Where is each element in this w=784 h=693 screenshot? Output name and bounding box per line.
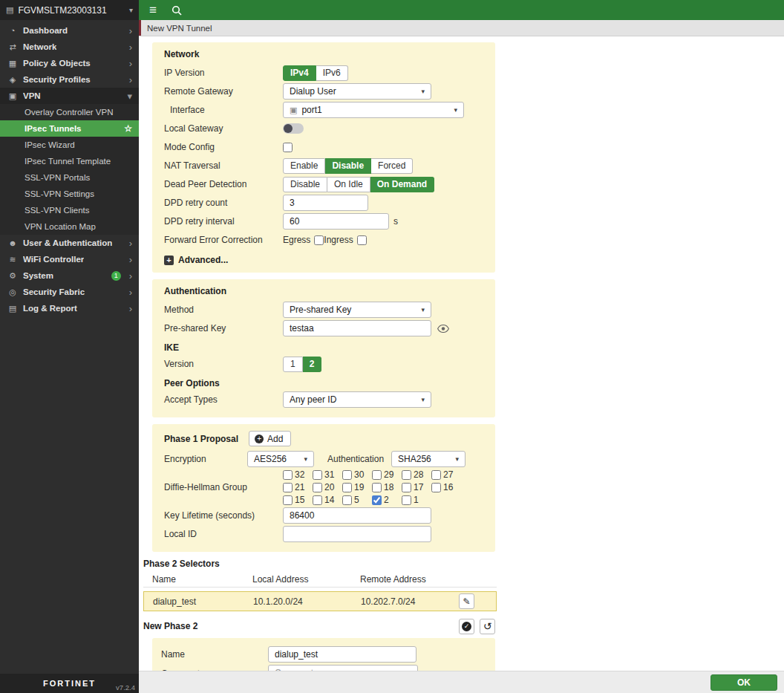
dpd-disable-option[interactable]: Disable <box>283 177 327 192</box>
method-select[interactable]: Pre-shared Key ▾ <box>283 302 431 318</box>
dh-group-20[interactable]: 20 <box>313 482 336 492</box>
sidebar-item-vpn[interactable]: ▣ VPN ▾ <box>0 88 139 104</box>
sidebar-item-label: Network <box>23 42 56 51</box>
sidebar-item-wifi-controller[interactable]: ≋ WiFi Controller › <box>0 251 139 267</box>
expand-plus-icon: + <box>164 256 174 265</box>
dh-group-17[interactable]: 17 <box>402 482 425 492</box>
dh-group-21[interactable]: 21 <box>283 482 306 492</box>
dpd-on-idle-option[interactable]: On Idle <box>327 177 370 192</box>
ipv4-option[interactable]: IPv4 <box>283 65 316 81</box>
phase2-selectors-section: Phase 2 Selectors Name Local Address Rem… <box>143 559 497 611</box>
add-proposal-button[interactable]: + Add <box>249 431 291 446</box>
encryption-select[interactable]: AES256 ▾ <box>247 451 314 467</box>
device-selector[interactable]: ▤ FGVMSLTM23003131 ▾ <box>0 0 139 20</box>
dh-group-31[interactable]: 31 <box>313 469 336 480</box>
dead-peer-detection-row: Dead Peer Detection Disable On Idle On D… <box>164 176 488 192</box>
dh-group-28[interactable]: 28 <box>402 469 425 480</box>
nat-traversal-row: NAT Traversal Enable Disable Forced <box>164 157 488 174</box>
column-header-name: Name <box>143 574 252 585</box>
sidebar-item-sslvpn-portals[interactable]: SSL-VPN Portals <box>0 169 139 186</box>
nat-enable-option[interactable]: Enable <box>283 158 325 174</box>
dh-group-29[interactable]: 29 <box>372 469 395 480</box>
dpd-on-demand-option[interactable]: On Demand <box>370 177 434 192</box>
ike-version-1-option[interactable]: 1 <box>283 357 303 372</box>
caret-down-icon: ▾ <box>456 455 460 463</box>
ike-version-2-option[interactable]: 2 <box>303 357 322 372</box>
sidebar-item-vpn-location-map[interactable]: VPN Location Map <box>0 218 139 235</box>
selector-table-row[interactable]: dialup_test 10.1.20.0/24 10.202.7.0/24 ✎ <box>143 591 497 611</box>
chevron-right-icon: › <box>129 238 132 248</box>
dpd-retry-interval-input[interactable] <box>283 213 389 230</box>
caret-down-icon: ▾ <box>421 88 425 95</box>
sidebar-item-overlay-controller-vpn[interactable]: Overlay Controller VPN <box>0 104 139 120</box>
check-circle-icon: ✓ <box>462 622 471 631</box>
undo-phase2-button[interactable]: ↺ <box>480 619 495 634</box>
local-id-input[interactable] <box>283 526 431 542</box>
dh-group-15[interactable]: 15 <box>283 495 306 505</box>
selected-value: AES256 <box>254 454 287 464</box>
dh-group-27[interactable]: 27 <box>431 469 454 480</box>
sidebar-item-system[interactable]: ⚙ System 1 › <box>0 267 139 284</box>
remote-gateway-select[interactable]: Dialup User ▾ <box>283 83 431 100</box>
dh-group-32[interactable]: 32 <box>283 469 306 480</box>
fec-ingress-checkbox[interactable] <box>357 235 367 245</box>
fec-egress-checkbox[interactable] <box>314 235 324 245</box>
sidebar-item-security-profiles[interactable]: ◈ Security Profiles › <box>0 71 139 88</box>
advanced-label: Advanced... <box>178 255 228 265</box>
mode-config-checkbox[interactable] <box>283 143 293 152</box>
dh-group-1[interactable]: 1 <box>402 495 425 505</box>
sidebar-item-label: WiFi Controller <box>23 255 84 264</box>
menu-icon[interactable]: ≡ <box>149 4 157 16</box>
bottom-action-bar: OK <box>139 671 784 693</box>
ipv6-option[interactable]: IPv6 <box>316 65 348 81</box>
field-label: NAT Traversal <box>164 160 283 171</box>
eye-icon[interactable] <box>437 325 449 333</box>
dh-group-16[interactable]: 16 <box>431 482 454 492</box>
sidebar-item-ipsec-wizard[interactable]: IPsec Wizard <box>0 137 139 153</box>
accept-types-row: Accept Types Any peer ID ▾ <box>164 391 488 408</box>
dh-group-18[interactable]: 18 <box>372 482 395 492</box>
dpd-segmented: Disable On Idle On Demand <box>283 177 434 192</box>
accept-types-select[interactable]: Any peer ID ▾ <box>283 391 431 408</box>
sidebar-item-sslvpn-settings[interactable]: SSL-VPN Settings <box>0 186 139 202</box>
sidebar-item-ipsec-tunnels[interactable]: IPsec Tunnels ☆ <box>0 120 139 137</box>
sidebar-item-user-authentication[interactable]: ☻ User & Authentication › <box>0 235 139 251</box>
dh-group-5[interactable]: 5 <box>342 495 365 505</box>
sidebar-item-ipsec-tunnel-template[interactable]: IPsec Tunnel Template <box>0 153 139 169</box>
security-profiles-icon: ◈ <box>7 75 18 85</box>
accept-phase2-button[interactable]: ✓ <box>459 619 474 634</box>
nat-forced-option[interactable]: Forced <box>371 158 413 174</box>
proposal-authentication-select[interactable]: SHA256 ▾ <box>391 451 466 467</box>
sidebar-item-label: User & Authentication <box>23 238 112 247</box>
pre-shared-key-input[interactable] <box>283 320 431 336</box>
phase2-name-input[interactable] <box>268 646 416 663</box>
search-icon[interactable] <box>172 5 182 16</box>
sidebar-item-network[interactable]: ⇄ Network › <box>0 39 139 55</box>
sidebar-item-security-fabric[interactable]: ◎ Security Fabric › <box>0 284 139 300</box>
sidebar-item-log-report[interactable]: ▤ Log & Report › <box>0 300 139 316</box>
sidebar-item-policy-objects[interactable]: ▦ Policy & Objects › <box>0 55 139 71</box>
dpd-retry-count-input[interactable] <box>283 195 368 211</box>
dh-group-19[interactable]: 19 <box>342 482 365 492</box>
dh-group-14[interactable]: 14 <box>313 495 336 505</box>
key-lifetime-input[interactable] <box>283 507 431 524</box>
dashboard-icon: ◔ <box>7 26 18 35</box>
port-interface-icon: ▣ <box>290 105 297 115</box>
interface-select[interactable]: ▣ port1 ▾ <box>283 102 464 118</box>
edit-selector-button[interactable]: ✎ <box>459 593 474 609</box>
dh-group-2[interactable]: 2 <box>372 495 395 505</box>
log-report-icon: ▤ <box>7 304 18 313</box>
network-advanced-toggle[interactable]: + Advanced... <box>164 255 488 265</box>
star-icon[interactable]: ☆ <box>124 123 132 134</box>
selector-remote-address: 10.202.7.0/24 <box>361 596 454 607</box>
dh-group-30[interactable]: 30 <box>342 469 365 480</box>
chevron-right-icon: › <box>129 42 132 52</box>
local-gateway-toggle[interactable] <box>283 123 304 134</box>
ok-button[interactable]: OK <box>710 674 777 691</box>
nat-disable-option[interactable]: Disable <box>325 158 371 174</box>
form-content: Network IP Version IPv4 IPv6 Remote Gate… <box>139 36 784 671</box>
sidebar-item-sslvpn-clients[interactable]: SSL-VPN Clients <box>0 202 139 218</box>
phase2-comments-input[interactable] <box>268 665 418 671</box>
sidebar-item-dashboard[interactable]: ◔ Dashboard › <box>0 22 139 39</box>
forward-error-correction-row: Forward Error Correction Egress Ingress <box>164 232 488 248</box>
